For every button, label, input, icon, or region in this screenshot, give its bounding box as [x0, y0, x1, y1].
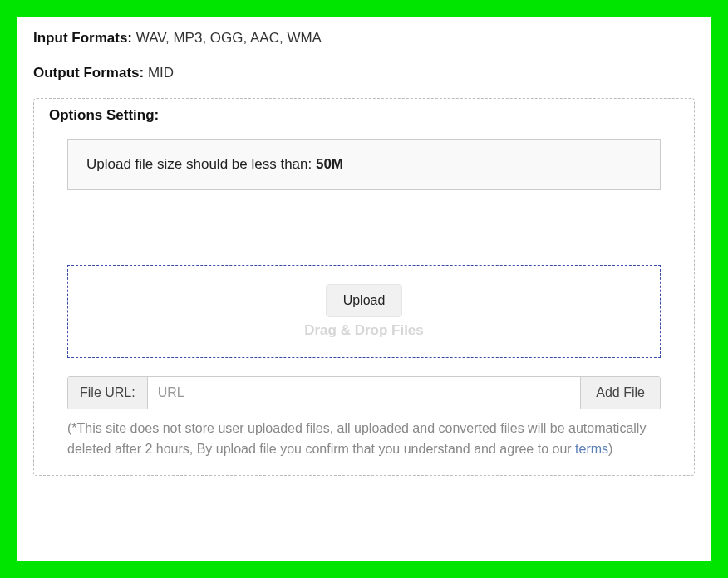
upload-button[interactable]: Upload: [326, 284, 403, 317]
disclaimer-suffix: ): [608, 442, 612, 456]
upload-dropzone[interactable]: Upload Drag & Drop Files: [67, 265, 661, 358]
file-url-row: File URL: Add File: [67, 376, 661, 409]
file-url-label: File URL:: [68, 377, 148, 409]
input-formats-value: WAV, MP3, OGG, AAC, WMA: [136, 30, 322, 46]
add-file-button[interactable]: Add File: [580, 377, 660, 409]
options-title: Options Setting:: [49, 107, 679, 124]
notice-limit: 50M: [316, 156, 343, 172]
output-formats-label: Output Formats:: [33, 65, 148, 81]
input-formats-label: Input Formats:: [33, 30, 136, 46]
disclaimer-text: (*This site does not store user uploaded…: [67, 418, 661, 460]
output-formats-value: MID: [148, 65, 174, 81]
notice-text: Upload file size should be less than:: [86, 156, 316, 172]
options-panel: Options Setting: Upload file size should…: [33, 98, 695, 476]
output-formats-line: Output Formats: MID: [33, 63, 695, 83]
input-formats-line: Input Formats: WAV, MP3, OGG, AAC, WMA: [33, 28, 695, 48]
disclaimer-prefix: (*This site does not store user uploaded…: [67, 421, 646, 457]
file-url-input[interactable]: [148, 377, 581, 409]
file-size-notice: Upload file size should be less than: 50…: [67, 139, 661, 190]
main-container: Input Formats: WAV, MP3, OGG, AAC, WMA O…: [17, 17, 711, 561]
spacer: [49, 190, 679, 265]
dragdrop-hint: Drag & Drop Files: [304, 322, 424, 339]
terms-link[interactable]: terms: [575, 442, 608, 456]
